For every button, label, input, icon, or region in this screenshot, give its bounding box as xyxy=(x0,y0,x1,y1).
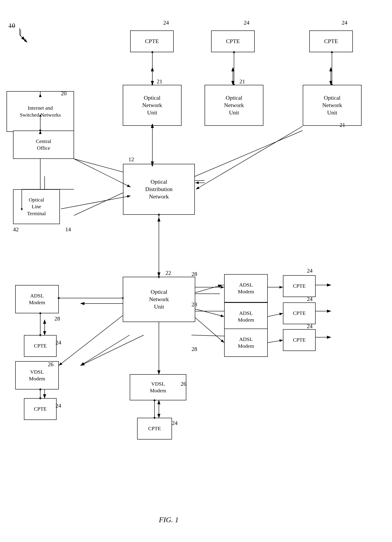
ref-28c: 28 xyxy=(191,301,197,308)
cpte-right2-label: CPTE xyxy=(293,310,306,317)
cpte-bot-box: CPTE xyxy=(137,418,172,439)
cpte-right1-box: CPTE xyxy=(283,275,316,297)
ref-10: 10 xyxy=(9,22,15,29)
cpte-left1-label: CPTE xyxy=(34,342,47,349)
svg-line-77 xyxy=(195,318,224,343)
cpte-right3-label: CPTE xyxy=(293,337,306,343)
ref-12: 12 xyxy=(128,156,134,163)
ref-26b: 26 xyxy=(181,381,186,387)
svg-line-75 xyxy=(195,309,224,317)
optical-line-terminal-box: OpticalLineTerminal xyxy=(13,189,60,224)
ref-24e: 24 xyxy=(55,402,61,409)
svg-line-10 xyxy=(185,130,303,181)
ref-26a: 26 xyxy=(48,361,54,368)
svg-line-76 xyxy=(268,313,283,317)
cpte-top3-box: CPTE xyxy=(309,30,353,52)
cpte-top2-box: CPTE xyxy=(211,30,255,52)
onu-mid-box: OpticalNetworkUnit xyxy=(123,277,195,322)
cpte-top2-label: CPTE xyxy=(226,38,240,45)
fig-label: FIG. 1 xyxy=(159,516,179,524)
ref-24-bot: 24 xyxy=(172,420,178,427)
ref-21a: 21 xyxy=(157,78,162,85)
svg-line-56 xyxy=(196,126,303,189)
onu-top3-label: OpticalNetworkUnit xyxy=(322,94,342,116)
ref-14: 14 xyxy=(65,226,71,233)
cpte-top1-label: CPTE xyxy=(145,38,159,45)
adsl-left1-label: ADSLModem xyxy=(29,293,45,306)
ref-24f: 24 xyxy=(307,268,313,274)
cpte-left1-box: CPTE xyxy=(24,335,57,357)
cpte-right3-box: CPTE xyxy=(283,329,316,351)
odn-label: OpticalDistributionNetwork xyxy=(145,178,173,200)
olt-label: OpticalLineTerminal xyxy=(27,196,46,217)
onu-top1-label: OpticalNetworkUnit xyxy=(142,94,162,116)
ref-21c: 21 xyxy=(340,122,345,128)
adsl-modem-right2-box: ADSLModem xyxy=(224,303,268,331)
ref-24a: 24 xyxy=(163,20,169,26)
ref-24c: 24 xyxy=(342,20,347,26)
svg-line-18 xyxy=(81,335,130,366)
ref-24b: 24 xyxy=(244,20,250,26)
ref-28d: 28 xyxy=(191,346,197,352)
internet-switched-networks-box: Internet andSwitched Networks xyxy=(6,91,74,132)
ref-22: 22 xyxy=(165,270,171,276)
cpte-left2-box: CPTE xyxy=(24,398,57,420)
svg-line-40 xyxy=(74,159,131,187)
svg-line-17 xyxy=(81,335,144,366)
vdsl-modem-bot-box: VDSLModem xyxy=(130,374,186,400)
cpte-right2-box: CPTE xyxy=(283,303,316,324)
vdsl-bot-label: VDSLModem xyxy=(150,380,166,394)
svg-line-3 xyxy=(74,159,131,174)
cpte-top1-box: CPTE xyxy=(130,30,174,52)
adsl-modem-right3-box: ADSLModem xyxy=(224,329,268,357)
svg-line-78 xyxy=(268,340,283,343)
central-office-box: CentralOffice xyxy=(13,130,74,159)
ref-28a: 28 xyxy=(54,315,60,322)
ref-21b: 21 xyxy=(240,78,245,85)
internet-label: Internet andSwitched Networks xyxy=(20,105,61,118)
ref-24d: 24 xyxy=(55,339,61,346)
svg-line-84 xyxy=(21,36,27,43)
ref-20: 20 xyxy=(61,90,67,97)
adsl-modem-left1-box: ADSLModem xyxy=(15,285,59,313)
cpte-left2-label: CPTE xyxy=(34,406,47,412)
cpte-bot-label: CPTE xyxy=(148,425,161,432)
ref-24h: 24 xyxy=(307,323,313,330)
adsl-right1-label: ADSLModem xyxy=(238,282,254,295)
cpte-right1-label: CPTE xyxy=(293,283,306,289)
diagram: 10 Internet andSwitched Networks 20 Cent… xyxy=(0,0,392,542)
ref-42: 42 xyxy=(13,226,19,233)
adsl-right2-label: ADSLModem xyxy=(238,310,254,323)
svg-line-31 xyxy=(20,35,25,40)
vdsl-left-label: VDSLModem xyxy=(29,369,45,382)
central-office-label: CentralOffice xyxy=(36,138,51,152)
onu-top2-label: OpticalNetworkUnit xyxy=(224,94,244,116)
ref-28b: 28 xyxy=(191,271,197,277)
svg-line-69 xyxy=(59,315,123,366)
onu-top3-box: OpticalNetworkUnit xyxy=(303,85,362,126)
svg-line-45 xyxy=(61,196,131,209)
adsl-modem-right1-box: ADSLModem xyxy=(224,274,268,303)
onu-mid-label: OpticalNetworkUnit xyxy=(149,288,169,310)
svg-line-20 xyxy=(191,285,222,294)
odn-box: OpticalDistributionNetwork xyxy=(123,164,195,215)
ref-10-underline xyxy=(8,26,15,27)
cpte-top3-label: CPTE xyxy=(324,38,338,45)
ref-24g: 24 xyxy=(307,296,313,303)
onu-top1-box: OpticalNetworkUnit xyxy=(123,85,181,126)
onu-top2-box: OpticalNetworkUnit xyxy=(205,85,263,126)
svg-line-7 xyxy=(74,189,131,215)
adsl-right3-label: ADSLModem xyxy=(238,336,254,349)
